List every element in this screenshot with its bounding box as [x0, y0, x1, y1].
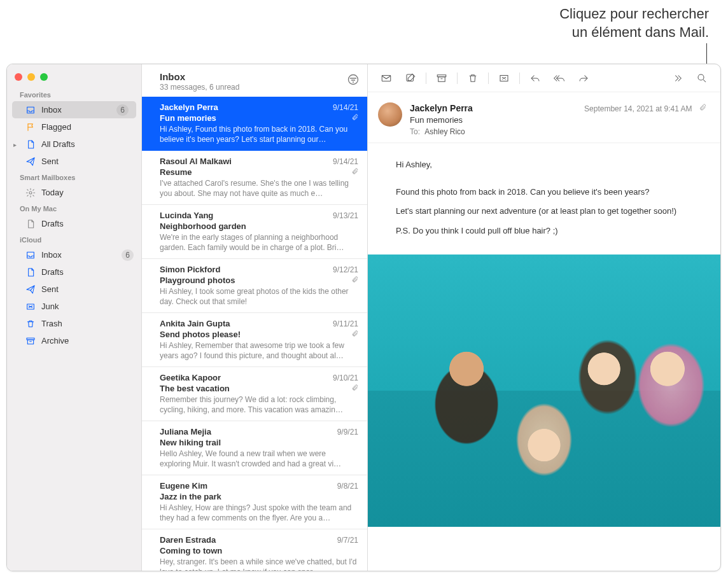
unread-badge: 6 — [122, 249, 134, 261]
search-button[interactable] — [691, 69, 713, 87]
message-row[interactable]: Ankita Jain Gupta9/11/21Send photos plea… — [142, 313, 367, 367]
message-sender: Lucinda Yang — [160, 211, 213, 220]
trash-icon — [467, 73, 479, 84]
forward-icon — [578, 73, 589, 84]
tray-icon — [25, 104, 36, 116]
sidebar-item-label: Inbox — [41, 250, 122, 260]
junk-icon — [25, 301, 36, 312]
reading-pane: Jackelyn Perra September 14, 2021 at 9:4… — [368, 64, 720, 571]
delete-button[interactable] — [462, 69, 484, 87]
archive-button[interactable] — [431, 69, 452, 87]
message-row[interactable]: Daren Estrada9/7/21Coming to townHey, st… — [142, 529, 367, 571]
tray-icon — [25, 249, 36, 261]
minimize-window[interactable] — [27, 73, 35, 81]
sidebar-item-inbox[interactable]: Inbox6 — [7, 246, 141, 263]
message-body: Hi Ashley,Found this photo from back in … — [368, 143, 720, 251]
message-row[interactable]: Eugene Kim9/8/21Jazz in the parkHi Ashle… — [142, 475, 367, 529]
body-paragraph: P.S. Do you think I could pull off blue … — [396, 223, 706, 239]
trash-icon — [25, 318, 36, 330]
body-paragraph: Found this photo from back in 2018. Can … — [396, 185, 706, 200]
sidebar-item-drafts[interactable]: Drafts — [7, 263, 141, 281]
message-date: 9/8/21 — [337, 482, 358, 491]
message-row[interactable]: Lucinda Yang9/13/21Neighborhood gardenWe… — [142, 205, 367, 259]
reply-icon — [529, 73, 541, 84]
junk-button[interactable] — [493, 69, 515, 87]
to-name: Ashley Rico — [424, 127, 465, 136]
sidebar-item-flagged[interactable]: Flagged — [7, 118, 141, 136]
compose-button[interactable] — [400, 69, 421, 87]
toolbar-separator — [519, 73, 520, 84]
message-to: To: Ashley Rico — [410, 127, 706, 136]
message-date: 9/9/21 — [337, 428, 358, 436]
zoom-window[interactable] — [40, 73, 48, 81]
reply-all-icon — [554, 73, 565, 84]
message-toolbar — [368, 64, 720, 92]
body-paragraph: Hi Ashley, — [396, 157, 706, 173]
message-subject: The best vacation — [160, 384, 230, 393]
message-subject: Jazz in the park — [160, 492, 221, 501]
message-row[interactable]: Jackelyn Perra9/14/21Fun memoriesHi Ashl… — [142, 97, 367, 151]
sidebar-item-all-drafts[interactable]: ▸All Drafts — [7, 136, 141, 153]
message-subject: Coming to town — [160, 546, 222, 555]
attachment-photo[interactable] — [368, 255, 720, 527]
message-date: September 14, 2021 at 9:41 AM — [584, 104, 692, 113]
message-date: 9/14/21 — [333, 157, 358, 166]
close-window[interactable] — [15, 73, 22, 81]
paperplane-icon — [25, 156, 36, 167]
to-label: To: — [410, 127, 420, 136]
message-subject: Fun memories — [410, 115, 706, 125]
sidebar-item-label: Junk — [41, 302, 134, 311]
sidebar-item-today[interactable]: Today — [7, 184, 141, 201]
chevron-right-icon[interactable]: ▸ — [13, 141, 17, 148]
toolbar-separator — [426, 73, 426, 84]
svg-rect-9 — [382, 75, 391, 81]
doc-icon — [25, 218, 36, 230]
message-sender: Juliana Mejia — [160, 427, 211, 436]
svg-point-0 — [29, 192, 32, 194]
search-icon — [696, 73, 708, 84]
paperclip-icon — [351, 113, 358, 123]
message-sender: Eugene Kim — [160, 481, 207, 491]
message-subject: Send photos please! — [160, 330, 241, 339]
sidebar-item-drafts[interactable]: Drafts — [7, 215, 141, 232]
message-subject: Playground photos — [160, 276, 235, 285]
svg-rect-10 — [407, 74, 414, 81]
attachment-icon — [699, 102, 706, 113]
sidebar-item-trash[interactable]: Trash — [7, 315, 141, 332]
message-list-header: Inbox 33 messages, 6 unread — [142, 64, 367, 97]
sidebar-item-archive[interactable]: Archive — [7, 332, 141, 349]
gear-icon — [25, 187, 36, 199]
sidebar-item-sent[interactable]: Sent — [7, 153, 141, 170]
message-preview: We're in the early stages of planning a … — [160, 232, 358, 253]
message-header: Jackelyn Perra September 14, 2021 at 9:4… — [368, 92, 720, 143]
toolbar-separator — [457, 73, 458, 84]
message-row[interactable]: Geetika Kapoor9/10/21The best vacationRe… — [142, 367, 367, 421]
message-subject: Fun memories — [160, 113, 216, 123]
toolbar-separator — [488, 73, 489, 84]
message-sender: Geetika Kapoor — [160, 373, 221, 382]
more-toolbar-button[interactable] — [667, 69, 689, 87]
doc-icon — [25, 139, 36, 150]
mail-window: FavoritesInbox6Flagged▸All DraftsSentSma… — [6, 64, 721, 571]
message-row[interactable]: Rasoul Al Malkawi9/14/21ResumeI've attac… — [142, 151, 367, 205]
get-mail-button[interactable] — [375, 69, 397, 87]
sidebar-item-junk[interactable]: Junk — [7, 298, 141, 315]
paperclip-icon — [351, 330, 358, 339]
message-subject: New hiking trail — [160, 438, 221, 447]
message-sender: Ankita Jain Gupta — [160, 319, 230, 328]
sidebar-item-label: All Drafts — [41, 139, 134, 149]
callout-line2: un élément dans Mail. — [559, 24, 709, 42]
reply-all-button[interactable] — [549, 69, 570, 87]
filter-button[interactable] — [347, 73, 360, 86]
sidebar-item-sent[interactable]: Sent — [7, 281, 141, 298]
message-preview: Hi Ashley, Remember that awesome trip we… — [160, 340, 358, 361]
sidebar-item-inbox[interactable]: Inbox6 — [12, 101, 136, 118]
message-date: 9/13/21 — [333, 211, 358, 220]
reply-button[interactable] — [524, 69, 546, 87]
unread-badge: 6 — [116, 104, 129, 116]
paperclip-icon — [351, 167, 358, 177]
forward-button[interactable] — [573, 69, 594, 87]
body-paragraph: Let's start planning our next adventure … — [396, 204, 706, 220]
message-row[interactable]: Juliana Mejia9/9/21New hiking trailHello… — [142, 421, 367, 475]
message-row[interactable]: Simon Pickford9/12/21Playground photosHi… — [142, 259, 367, 313]
